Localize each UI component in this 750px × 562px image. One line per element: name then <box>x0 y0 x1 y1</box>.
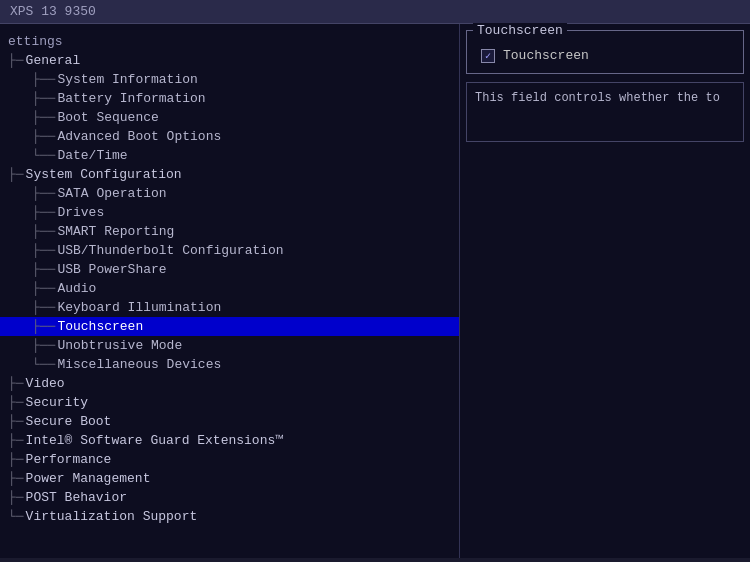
checkbox-symbol: ✓ <box>485 50 491 62</box>
sub-label: Boot Sequence <box>57 110 158 125</box>
tree-item-date-time[interactable]: └──Date/Time <box>0 146 459 165</box>
tree-item-system-information[interactable]: ├──System Information <box>0 70 459 89</box>
sub-label: Keyboard Illumination <box>57 300 221 315</box>
tree-item-security[interactable]: ├─Security <box>0 393 459 412</box>
category-label: Virtualization Support <box>26 509 198 524</box>
tree-container: ├─General├──System Information├──Battery… <box>0 51 459 526</box>
window-title: XPS 13 9350 <box>10 4 96 19</box>
category-label: Secure Boot <box>26 414 112 429</box>
left-panel: ettings ├─General├──System Information├─… <box>0 24 460 558</box>
tree-item-touchscreen[interactable]: ├──Touchscreen <box>0 317 459 336</box>
tree-item-post-behavior[interactable]: ├─POST Behavior <box>0 488 459 507</box>
tree-item-intel-software-guard[interactable]: ├─Intel® Software Guard Extensions™ <box>0 431 459 450</box>
tree-item-system-configuration[interactable]: ├─System Configuration <box>0 165 459 184</box>
settings-label: ettings <box>0 32 459 51</box>
section-title: Touchscreen <box>473 23 567 38</box>
right-panel: Touchscreen ✓ Touchscreen This field con… <box>460 24 750 558</box>
description-text: This field controls whether the to <box>475 91 720 105</box>
tree-item-unobtrusive-mode[interactable]: ├──Unobtrusive Mode <box>0 336 459 355</box>
tree-item-sata-operation[interactable]: ├──SATA Operation <box>0 184 459 203</box>
tree-item-advanced-boot-options[interactable]: ├──Advanced Boot Options <box>0 127 459 146</box>
description-box: This field controls whether the to <box>466 82 744 142</box>
tree-item-drives[interactable]: ├──Drives <box>0 203 459 222</box>
tree-item-power-management[interactable]: ├─Power Management <box>0 469 459 488</box>
sub-label: SATA Operation <box>57 186 166 201</box>
tree-item-boot-sequence[interactable]: ├──Boot Sequence <box>0 108 459 127</box>
category-label: Security <box>26 395 88 410</box>
main-container: ettings ├─General├──System Information├─… <box>0 24 750 558</box>
sub-label: SMART Reporting <box>57 224 174 239</box>
touchscreen-checkbox-label: Touchscreen <box>503 48 589 63</box>
sub-label: Date/Time <box>57 148 127 163</box>
sub-label: USB/Thunderbolt Configuration <box>57 243 283 258</box>
tree-item-usb-thunderbolt[interactable]: ├──USB/Thunderbolt Configuration <box>0 241 459 260</box>
tree-item-virtualization-support[interactable]: └─Virtualization Support <box>0 507 459 526</box>
title-bar: XPS 13 9350 <box>0 0 750 24</box>
tree-item-secure-boot[interactable]: ├─Secure Boot <box>0 412 459 431</box>
tree-item-performance[interactable]: ├─Performance <box>0 450 459 469</box>
category-label: Power Management <box>26 471 151 486</box>
tree-item-smart-reporting[interactable]: ├──SMART Reporting <box>0 222 459 241</box>
tree-item-audio[interactable]: ├──Audio <box>0 279 459 298</box>
tree-item-video[interactable]: ├─Video <box>0 374 459 393</box>
category-label: Performance <box>26 452 112 467</box>
tree-item-battery-information[interactable]: ├──Battery Information <box>0 89 459 108</box>
category-label: General <box>26 53 81 68</box>
tree-item-miscellaneous-devices[interactable]: └──Miscellaneous Devices <box>0 355 459 374</box>
touchscreen-checkbox[interactable]: ✓ <box>481 49 495 63</box>
category-label: Intel® Software Guard Extensions™ <box>26 433 283 448</box>
sub-label: Unobtrusive Mode <box>57 338 182 353</box>
sub-label: Audio <box>57 281 96 296</box>
sub-label: Advanced Boot Options <box>57 129 221 144</box>
sub-label: System Information <box>57 72 197 87</box>
sub-label: Battery Information <box>57 91 205 106</box>
touchscreen-checkbox-row[interactable]: ✓ Touchscreen <box>473 44 737 67</box>
sub-label: Drives <box>57 205 104 220</box>
category-label: System Configuration <box>26 167 182 182</box>
tree-item-keyboard-illumination[interactable]: ├──Keyboard Illumination <box>0 298 459 317</box>
tree-item-usb-powershare[interactable]: ├──USB PowerShare <box>0 260 459 279</box>
sub-label: Touchscreen <box>57 319 143 334</box>
sub-label: USB PowerShare <box>57 262 166 277</box>
sub-label: Miscellaneous Devices <box>57 357 221 372</box>
tree-item-general[interactable]: ├─General <box>0 51 459 70</box>
category-label: POST Behavior <box>26 490 127 505</box>
category-label: Video <box>26 376 65 391</box>
touchscreen-section-box: Touchscreen ✓ Touchscreen <box>466 30 744 74</box>
